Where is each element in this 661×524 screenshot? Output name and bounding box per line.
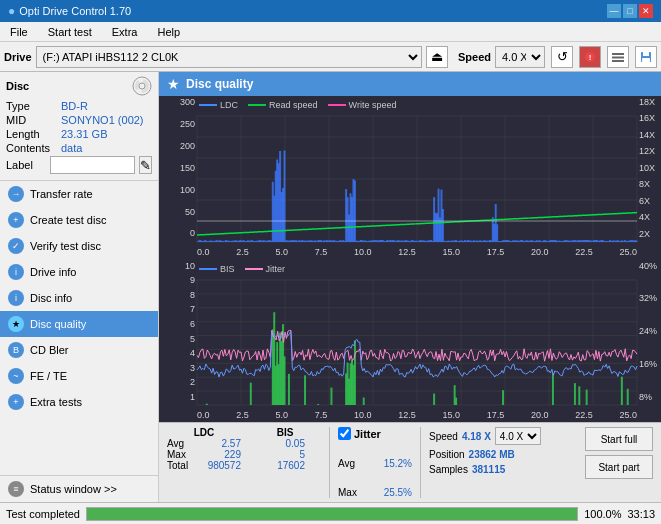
ldc-legend: LDC <box>199 100 238 110</box>
status-window-item[interactable]: ≡ Status window >> <box>0 476 158 502</box>
eject-button[interactable]: ⏏ <box>426 46 448 68</box>
write-speed-legend: Write speed <box>328 100 397 110</box>
bottom-chart-x-axis: 0.0 2.5 5.0 7.5 10.0 12.5 15.0 17.5 20.0… <box>197 410 637 420</box>
maximize-button[interactable]: □ <box>623 4 637 18</box>
disc-label-row: Label ✎ <box>6 156 152 174</box>
drive-bar: Drive (F:) ATAPI iHBS112 2 CL0K ⏏ Speed … <box>0 42 661 72</box>
total-label: Total <box>167 460 195 471</box>
samples-label: Samples <box>429 464 468 475</box>
nav-disc-info[interactable]: i Disc info <box>0 285 158 311</box>
nav-cd-bler[interactable]: B CD Bler <box>0 337 158 363</box>
disc-quality-header-title: Disc quality <box>186 77 253 91</box>
nav-drive-info-label: Drive info <box>30 266 76 278</box>
ldc-legend-label: LDC <box>220 100 238 110</box>
read-speed-legend: Read speed <box>248 100 318 110</box>
jitter-max-value: 25.5% <box>372 487 412 498</box>
max-label: Max <box>167 449 195 460</box>
label-edit-button[interactable]: ✎ <box>139 156 153 174</box>
top-chart: LDC Read speed Write speed 300 250 200 <box>159 96 661 260</box>
contents-value: data <box>61 142 82 154</box>
type-value: BD-R <box>61 100 88 112</box>
elapsed-time: 33:13 <box>627 508 655 520</box>
top-chart-y-axis-right: 18X 16X 14X 12X 10X 8X 6X 4X 2X <box>637 96 661 241</box>
ldc-total-value: 980572 <box>201 460 241 471</box>
bottom-chart: BIS Jitter 10 9 8 7 6 5 4 3 <box>159 260 661 423</box>
length-label: Length <box>6 128 61 140</box>
refresh-icon-button[interactable]: ↺ <box>551 46 573 68</box>
bis-total-value: 17602 <box>265 460 305 471</box>
save-button[interactable] <box>635 46 657 68</box>
fe-te-icon: ~ <box>8 368 24 384</box>
svg-text:!: ! <box>589 53 592 62</box>
top-chart-y-axis-left: 300 250 200 150 100 50 0 <box>159 96 197 241</box>
title-bar-title: ● Opti Drive Control 1.70 <box>8 4 131 18</box>
speed-select2[interactable]: 4.0 X <box>495 427 541 445</box>
nav-drive-info[interactable]: i Drive info <box>0 259 158 285</box>
content-area: ★ Disc quality LDC Read speed <box>159 72 661 502</box>
nav-fe-te-label: FE / TE <box>30 370 67 382</box>
speed-label: Speed <box>458 51 491 63</box>
label-input[interactable] <box>50 156 135 174</box>
start-full-button[interactable]: Start full <box>585 427 653 451</box>
drive-select[interactable]: (F:) ATAPI iHBS112 2 CL0K <box>36 46 422 68</box>
extra-tests-icon: + <box>8 394 24 410</box>
create-test-disc-icon: + <box>8 212 24 228</box>
app-title: Opti Drive Control 1.70 <box>19 5 131 17</box>
ldc-max-value: 229 <box>201 449 241 460</box>
nav-cd-bler-label: CD Bler <box>30 344 69 356</box>
jitter-checkbox-row: Jitter <box>338 427 412 440</box>
stats-bar: LDC Avg 2.57 Max 229 Total 980572 <box>159 422 661 502</box>
stats-divider-1 <box>329 427 330 498</box>
read-speed-legend-label: Read speed <box>269 100 318 110</box>
nav-fe-te[interactable]: ~ FE / TE <box>0 363 158 389</box>
nav-transfer-rate[interactable]: → Transfer rate <box>0 181 158 207</box>
jitter-legend-color <box>245 268 263 270</box>
type-label: Type <box>6 100 61 112</box>
bis-stats: BIS 0.05 5 17602 <box>265 427 305 471</box>
disc-length-row: Length 23.31 GB <box>6 128 152 140</box>
menu-start-test[interactable]: Start test <box>42 24 98 40</box>
speed-select[interactable]: 4.0 X <box>495 46 545 68</box>
sidebar: Disc Type BD-R MID SONYNO1 (002) Length <box>0 72 159 502</box>
svg-rect-6 <box>643 52 649 56</box>
menu-help[interactable]: Help <box>151 24 186 40</box>
speed-row: Speed 4.18 X 4.0 X <box>429 427 541 445</box>
bottom-chart-canvas <box>159 260 661 423</box>
label-label: Label <box>6 159 46 171</box>
nav-verify-test-disc[interactable]: ✓ Verify test disc <box>0 233 158 259</box>
charts-container: LDC Read speed Write speed 300 250 200 <box>159 96 661 422</box>
bis-max-value: 5 <box>265 449 305 460</box>
bis-avg-value: 0.05 <box>265 438 305 449</box>
start-buttons: Start full Start part <box>585 427 653 498</box>
close-button[interactable]: ✕ <box>639 4 653 18</box>
disc-section: Disc Type BD-R MID SONYNO1 (002) Length <box>0 72 158 181</box>
mid-value: SONYNO1 (002) <box>61 114 144 126</box>
progress-bar-outer <box>86 507 578 521</box>
jitter-max-row: Max 25.5% <box>338 487 412 498</box>
nav-disc-quality[interactable]: ★ Disc quality <box>0 311 158 337</box>
title-bar-controls: — □ ✕ <box>607 4 653 18</box>
status-window-icon: ≡ <box>8 481 24 497</box>
settings-button[interactable] <box>607 46 629 68</box>
ldc-total-row: Total 980572 <box>167 460 241 471</box>
drive-info-icon: i <box>8 264 24 280</box>
jitter-avg-row: Avg 15.2% <box>338 458 412 469</box>
top-chart-canvas <box>159 96 661 260</box>
jitter-checkbox[interactable] <box>338 427 351 440</box>
nav-extra-tests[interactable]: + Extra tests <box>0 389 158 415</box>
info-button[interactable]: ! <box>579 46 601 68</box>
cd-bler-icon: B <box>8 342 24 358</box>
minimize-button[interactable]: — <box>607 4 621 18</box>
nav-transfer-rate-label: Transfer rate <box>30 188 93 200</box>
nav-create-test-disc[interactable]: + Create test disc <box>0 207 158 233</box>
write-speed-legend-color <box>328 104 346 106</box>
menu-file[interactable]: File <box>4 24 34 40</box>
ldc-header: LDC <box>167 427 241 438</box>
disc-header: Disc <box>6 76 152 96</box>
position-label: Position <box>429 449 465 460</box>
nav-verify-test-disc-label: Verify test disc <box>30 240 101 252</box>
bis-legend-label: BIS <box>220 264 235 274</box>
start-part-button[interactable]: Start part <box>585 455 653 479</box>
jitter-legend-label: Jitter <box>266 264 286 274</box>
menu-extra[interactable]: Extra <box>106 24 144 40</box>
